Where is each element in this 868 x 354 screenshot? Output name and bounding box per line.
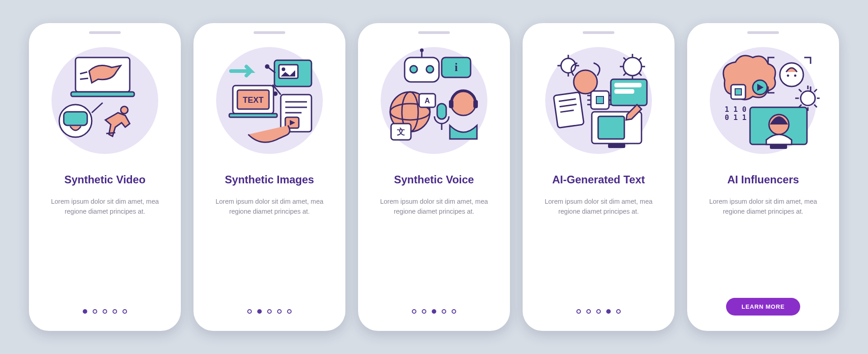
svg-rect-65 [614, 89, 634, 94]
svg-text:TEXT: TEXT [243, 96, 264, 105]
screen-body: Lorem ipsum dolor sit dim amet, mea regi… [48, 196, 161, 217]
svg-text:文: 文 [396, 127, 405, 136]
svg-point-7 [121, 106, 128, 114]
phone-screen-synthetic-video: Synthetic Video Lorem ipsum dolor sit di… [29, 23, 181, 331]
pagination-dots [247, 309, 292, 314]
screen-title: Synthetic Video [64, 173, 146, 187]
svg-line-8 [106, 133, 115, 134]
illustration-ai-influencers-icon: 1 1 0 0 1 1 [707, 44, 820, 157]
svg-point-50 [574, 70, 597, 94]
page-dot[interactable] [93, 309, 97, 314]
svg-point-32 [420, 48, 424, 52]
svg-point-30 [426, 66, 434, 73]
svg-point-29 [410, 66, 417, 73]
svg-rect-2 [71, 92, 134, 96]
svg-text:A: A [425, 97, 430, 105]
page-dot[interactable] [123, 309, 127, 314]
onboarding-screens-row: Synthetic Video Lorem ipsum dolor sit di… [29, 23, 839, 331]
page-dot[interactable] [83, 309, 87, 314]
pagination-dots [576, 309, 621, 314]
svg-point-73 [780, 63, 803, 86]
illustration-synthetic-video-icon [48, 44, 161, 157]
svg-text:0 1 1: 0 1 1 [725, 113, 746, 122]
svg-point-76 [801, 91, 815, 105]
phone-screen-synthetic-images: TEXT Syntheti [193, 23, 345, 331]
page-dot[interactable] [452, 309, 456, 314]
page-dot[interactable] [586, 309, 591, 314]
screen-body: Lorem ipsum dolor sit dim amet, mea regi… [377, 196, 491, 217]
svg-rect-42 [437, 104, 446, 119]
svg-rect-12 [229, 114, 277, 117]
page-dot[interactable] [412, 309, 416, 314]
page-dot[interactable] [606, 309, 611, 314]
phone-screen-ai-generated-text: AI-Generated Text Lorem ipsum dolor sit … [523, 23, 675, 331]
screen-title: Synthetic Images [225, 173, 314, 187]
phone-screen-ai-influencers: 1 1 0 0 1 1 AI Influencers Lorem ipsum d… [687, 23, 839, 331]
svg-rect-71 [735, 89, 741, 95]
page-dot[interactable] [257, 309, 262, 314]
svg-line-4 [80, 78, 88, 79]
page-dot[interactable] [596, 309, 601, 314]
page-dot[interactable] [442, 309, 446, 314]
svg-rect-6 [64, 112, 87, 125]
illustration-synthetic-images-icon: TEXT [213, 44, 326, 157]
illustration-ai-text-icon [542, 44, 655, 157]
svg-point-17 [282, 67, 285, 71]
pagination-dots [412, 309, 456, 314]
page-dot[interactable] [113, 309, 117, 314]
svg-rect-64 [614, 83, 642, 87]
screen-title: AI-Generated Text [552, 173, 645, 187]
svg-text:i: i [454, 61, 458, 74]
page-dot[interactable] [616, 309, 621, 314]
svg-rect-46 [473, 100, 478, 108]
svg-text:1 1 0: 1 1 0 [725, 105, 746, 114]
page-dot[interactable] [103, 309, 107, 314]
page-dot[interactable] [287, 309, 292, 314]
screen-body: Lorem ipsum dolor sit dim amet, mea regi… [213, 196, 326, 217]
screen-title: Synthetic Voice [394, 173, 474, 187]
svg-rect-45 [449, 100, 453, 108]
svg-rect-68 [598, 116, 624, 139]
pagination-dots [83, 309, 127, 314]
svg-point-24 [273, 91, 278, 96]
page-dot[interactable] [247, 309, 252, 314]
svg-point-75 [794, 75, 797, 77]
screen-body: Lorem ipsum dolor sit dim amet, mea regi… [542, 196, 655, 217]
illustration-synthetic-voice-icon: i 文 A [377, 44, 491, 157]
page-dot[interactable] [422, 309, 426, 314]
page-dot[interactable] [277, 309, 282, 314]
svg-rect-52 [596, 96, 604, 104]
page-dot[interactable] [432, 309, 436, 314]
page-dot[interactable] [576, 309, 581, 314]
svg-rect-59 [553, 92, 584, 128]
phone-screen-synthetic-voice: i 文 A Synthetic [358, 23, 510, 331]
screen-body: Lorem ipsum dolor sit dim amet, mea regi… [707, 196, 820, 217]
svg-rect-67 [608, 144, 625, 148]
page-dot[interactable] [267, 309, 272, 314]
svg-point-74 [787, 75, 789, 77]
screen-title: AI Influencers [727, 173, 799, 187]
learn-more-button[interactable]: LEARN MORE [726, 298, 800, 316]
